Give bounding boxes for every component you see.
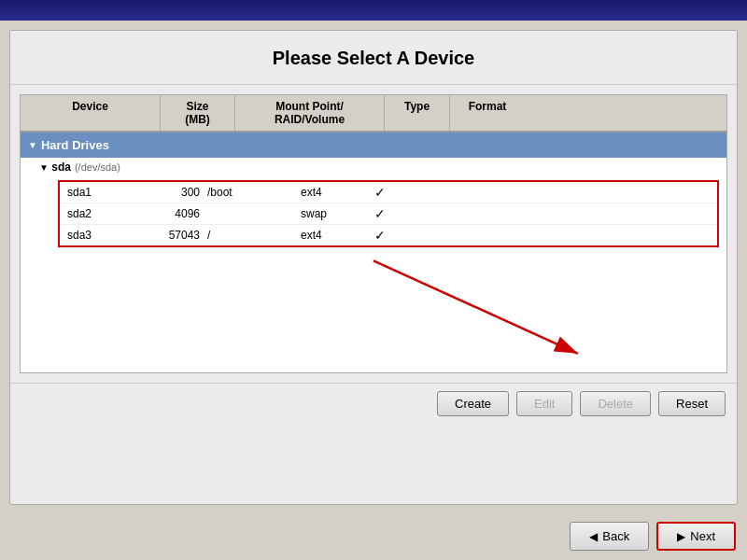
partition-name: sda1 <box>67 186 142 199</box>
back-label: Back <box>602 529 629 543</box>
table-row[interactable]: sda3 57043 / ext4 ✓ <box>60 225 717 245</box>
partition-name: sda3 <box>67 229 142 242</box>
col-format: Format <box>450 95 525 131</box>
partition-format: ✓ <box>357 228 403 243</box>
section-hard-drives[interactable]: ▼ Hard Drives <box>21 133 726 158</box>
expand-icon: ▼ <box>28 140 37 150</box>
page-title: Please Select A Device <box>20 48 727 69</box>
nav-bar: ◀ Back ▶ Next <box>0 514 747 560</box>
partition-name: sda2 <box>67 207 142 220</box>
table-row[interactable]: sda2 4096 swap ✓ <box>60 203 717 225</box>
partition-mount: / <box>207 229 301 242</box>
partition-type: swap <box>301 207 357 220</box>
partition-size: 4096 <box>142 207 207 220</box>
back-button[interactable]: ◀ Back <box>570 522 649 551</box>
partition-type: ext4 <box>301 186 357 199</box>
sda-expand-icon: ▼ <box>39 162 49 173</box>
annotation-area <box>21 251 726 372</box>
create-button[interactable]: Create <box>437 391 509 416</box>
sda-path: (/dev/sda) <box>75 161 120 173</box>
reset-button[interactable]: Reset <box>658 391 726 416</box>
partition-mount: /boot <box>207 186 301 199</box>
col-mount: Mount Point/RAID/Volume <box>235 95 385 131</box>
sda-label: sda <box>51 161 71 174</box>
delete-button[interactable]: Delete <box>580 391 651 416</box>
partition-size: 57043 <box>142 229 207 242</box>
table-row[interactable]: sda1 300 /boot ext4 ✓ <box>60 182 717 203</box>
edit-button[interactable]: Edit <box>516 391 572 416</box>
title-area: Please Select A Device <box>10 31 737 85</box>
top-bar <box>0 0 747 21</box>
back-icon: ◀ <box>589 530 598 543</box>
col-size: Size(MB) <box>161 95 235 131</box>
partition-size: 300 <box>142 186 207 199</box>
next-label: Next <box>690 529 715 543</box>
col-type: Type <box>385 95 450 131</box>
next-button[interactable]: ▶ Next <box>656 522 736 551</box>
col-device: Device <box>21 95 161 131</box>
device-table: Device Size(MB) Mount Point/RAID/Volume … <box>20 94 727 373</box>
sda-row[interactable]: ▼ sda (/dev/sda) <box>21 158 726 176</box>
partition-table: sda1 300 /boot ext4 ✓ sda2 4096 swap ✓ s… <box>58 180 719 247</box>
partition-type: ext4 <box>301 229 357 242</box>
partition-format: ✓ <box>357 206 403 221</box>
svg-line-1 <box>374 260 578 353</box>
table-header: Device Size(MB) Mount Point/RAID/Volume … <box>21 95 726 133</box>
section-name: Hard Drives <box>41 138 109 152</box>
next-icon: ▶ <box>677 530 685 543</box>
action-button-bar: Create Edit Delete Reset <box>10 383 737 424</box>
partition-format: ✓ <box>357 185 403 200</box>
